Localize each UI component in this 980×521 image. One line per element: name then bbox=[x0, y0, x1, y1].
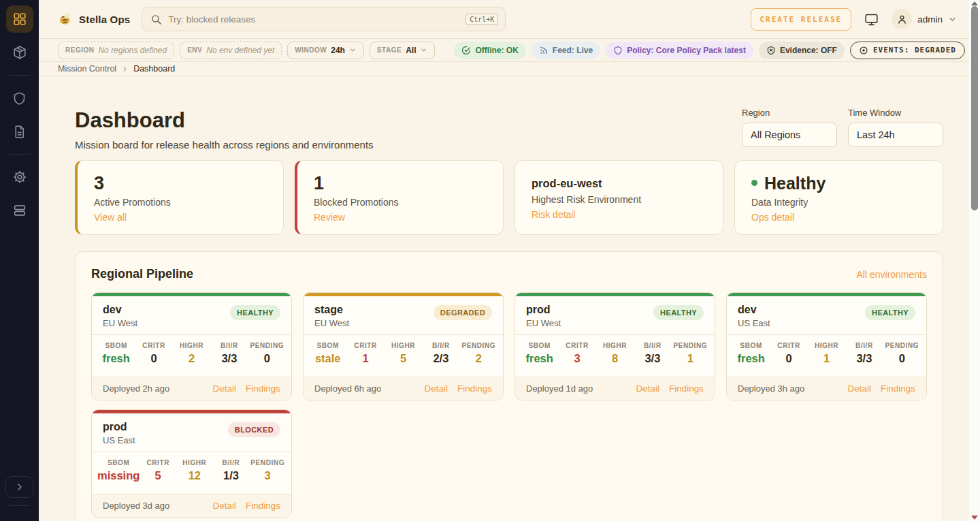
stat-critr: CRITR5 bbox=[140, 459, 176, 482]
rss-icon bbox=[539, 46, 549, 55]
pipeline-card-dev-us-east: dev US East HEALTHY SBOMfresh CRITR0 HIG… bbox=[726, 292, 927, 400]
scroll-up-arrow-icon[interactable] bbox=[971, 1, 978, 5]
data-integrity-label: Data Integrity bbox=[751, 197, 926, 208]
create-release-button[interactable]: CREATE RELEASE bbox=[751, 8, 852, 31]
region-filter-label: REGION bbox=[65, 46, 94, 54]
detail-link[interactable]: Detail bbox=[212, 501, 236, 511]
policy-status-pill[interactable]: Policy: Core Policy Pack latest bbox=[606, 42, 753, 59]
region-filter-chip[interactable]: REGION No regions defined bbox=[58, 42, 174, 59]
breadcrumb-parent[interactable]: Mission Control bbox=[58, 64, 116, 74]
sidebar-divider bbox=[10, 154, 30, 155]
scrollbar-thumb[interactable] bbox=[971, 6, 978, 210]
sidebar-item-settings[interactable] bbox=[6, 163, 33, 191]
stat-label: B/I/R bbox=[210, 342, 248, 349]
pipeline-card-prod-eu-west: prod EU West HEALTHY SBOMfresh CRITR3 HI… bbox=[514, 292, 715, 400]
review-link[interactable]: Review bbox=[314, 212, 487, 223]
stat-highr: HIGHR12 bbox=[176, 459, 213, 482]
env-filter-chip[interactable]: ENV No env defined yet bbox=[180, 42, 282, 59]
check-circle-icon bbox=[461, 46, 471, 55]
detail-link[interactable]: Detail bbox=[212, 383, 236, 394]
pipeline-card-header: dev US East HEALTHY bbox=[727, 296, 926, 334]
region-filter-label: Region bbox=[742, 108, 837, 118]
policy-status-text: Policy: Core Policy Pack latest bbox=[627, 46, 746, 55]
stat-pending: PENDING3 bbox=[249, 459, 286, 482]
status-badge: BLOCKED bbox=[228, 422, 280, 437]
brand[interactable]: Stella Ops bbox=[58, 12, 130, 26]
stage-filter-chip[interactable]: STAGE All bbox=[370, 42, 436, 59]
offline-status-text: Offline: OK bbox=[475, 46, 518, 55]
detail-link[interactable]: Detail bbox=[424, 383, 448, 394]
findings-link[interactable]: Findings bbox=[246, 501, 280, 511]
sidebar-item-policies[interactable] bbox=[6, 84, 33, 112]
sidebar-expand-button[interactable] bbox=[5, 476, 33, 498]
stat-label: PENDING bbox=[883, 342, 921, 349]
display-mode-button[interactable] bbox=[864, 12, 879, 27]
active-promotions-value: 3 bbox=[94, 173, 267, 193]
stat-bir: B/I/R2/3 bbox=[422, 342, 459, 365]
search-input[interactable] bbox=[168, 14, 459, 25]
offline-status-pill[interactable]: Offline: OK bbox=[454, 42, 525, 59]
pipeline-card-header: prod EU West HEALTHY bbox=[515, 296, 715, 334]
stat-value: 0 bbox=[135, 352, 172, 365]
window-filter-chip[interactable]: WINDOW 24h bbox=[287, 42, 364, 59]
stat-sbom: SBOMmissing bbox=[97, 459, 140, 482]
stat-bir: B/I/R1/3 bbox=[213, 459, 250, 482]
evidence-status-pill[interactable]: Evidence: OFF bbox=[759, 42, 845, 59]
breadcrumb-current: Dashboard bbox=[133, 64, 175, 74]
time-window-select[interactable]: Last 24h bbox=[848, 123, 943, 147]
stat-value: fresh bbox=[521, 352, 558, 365]
detail-link[interactable]: Detail bbox=[847, 383, 871, 394]
findings-link[interactable]: Findings bbox=[246, 383, 280, 394]
scroll-down-arrow-icon[interactable] bbox=[971, 516, 978, 520]
detail-link[interactable]: Detail bbox=[636, 383, 659, 394]
brand-name: Stella Ops bbox=[79, 14, 130, 25]
risk-detail-link[interactable]: Risk detail bbox=[532, 209, 706, 220]
global-search[interactable]: Ctrl+K bbox=[142, 7, 506, 31]
stat-pending: PENDING0 bbox=[248, 342, 286, 365]
stat-value: 2 bbox=[173, 352, 210, 365]
stat-value: 2 bbox=[460, 352, 497, 365]
env-block: prod EU West bbox=[526, 304, 561, 328]
ops-detail-link[interactable]: Ops detail bbox=[751, 212, 926, 223]
stat-critr: CRITR1 bbox=[346, 342, 384, 365]
summary-cards: 3 Active Promotions View all 1 Blocked P… bbox=[75, 160, 943, 235]
highest-risk-card: prod-eu-west Highest Risk Environment Ri… bbox=[514, 160, 723, 235]
blocked-promotions-label: Blocked Promotions bbox=[314, 197, 487, 208]
sidebar bbox=[0, 0, 39, 521]
stat-value: 3/3 bbox=[210, 352, 248, 365]
events-status-pill[interactable]: EVENTS: DEGRADED bbox=[850, 42, 965, 59]
feed-status-pill[interactable]: Feed: Live bbox=[532, 42, 600, 59]
env-region: EU West bbox=[314, 318, 349, 328]
sidebar-item-dashboard[interactable] bbox=[6, 5, 33, 33]
pipeline-stats: SBOMfresh CRITR0 HIGHR2 B/I/R3/3 PENDING… bbox=[92, 334, 291, 373]
all-environments-link[interactable]: All environments bbox=[857, 269, 928, 280]
page-filters: Region All Regions Time Window Last 24h bbox=[742, 108, 943, 147]
scrollbar[interactable] bbox=[969, 0, 980, 521]
findings-link[interactable]: Findings bbox=[669, 383, 704, 394]
sidebar-item-documents[interactable] bbox=[6, 118, 33, 145]
stat-value: 3/3 bbox=[845, 352, 883, 365]
findings-link[interactable]: Findings bbox=[881, 383, 915, 394]
findings-link[interactable]: Findings bbox=[457, 383, 492, 394]
stat-bir: B/I/R3/3 bbox=[845, 342, 883, 365]
pipeline-card-footer: Deployed 3d ago DetailFindings bbox=[92, 494, 291, 517]
stat-label: HIGHR bbox=[596, 342, 634, 349]
pipeline-card-footer: Deployed 1d ago DetailFindings bbox=[515, 377, 715, 400]
sidebar-item-infrastructure[interactable] bbox=[6, 197, 33, 224]
header-actions: CREATE RELEASE bbox=[751, 8, 958, 31]
stat-label: B/I/R bbox=[634, 342, 671, 349]
pipeline-stats: SBOMmissing CRITR5 HIGHR12 B/I/R1/3 PEND… bbox=[92, 452, 291, 490]
time-window-label: Time Window bbox=[848, 108, 943, 118]
highest-risk-value: prod-eu-west bbox=[532, 176, 706, 191]
stat-highr: HIGHR1 bbox=[808, 342, 845, 365]
stat-critr: CRITR0 bbox=[135, 342, 172, 365]
view-all-link[interactable]: View all bbox=[94, 212, 267, 223]
stat-value: 1/3 bbox=[213, 469, 250, 482]
region-select[interactable]: All Regions bbox=[742, 123, 837, 147]
user-menu[interactable]: admin bbox=[892, 9, 957, 29]
chevron-right-icon bbox=[14, 481, 25, 492]
evidence-status-text: Evidence: OFF bbox=[780, 46, 837, 55]
stat-label: SBOM bbox=[309, 342, 346, 349]
stat-label: CRITR bbox=[135, 342, 172, 349]
sidebar-item-releases[interactable] bbox=[6, 39, 33, 66]
